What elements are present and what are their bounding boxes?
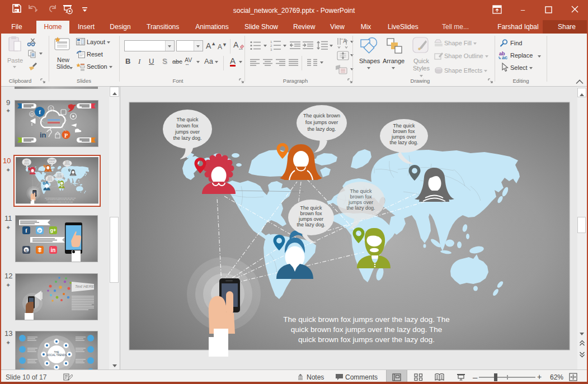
svg-text:brown fox: brown fox	[393, 129, 415, 134]
svg-text:The quick: The quick	[393, 123, 415, 129]
svg-text:S: S	[49, 106, 52, 111]
svg-text:A: A	[343, 38, 347, 44]
svg-text:brown fox: brown fox	[176, 123, 199, 129]
svg-text:quick brown fox jumps over the: quick brown fox jumps over the lazy dog.…	[291, 325, 443, 334]
svg-text:quick brown fox jumps over the: quick brown fox jumps over the lazy dog.	[298, 335, 435, 344]
svg-text:brown fox: brown fox	[350, 194, 372, 200]
svg-text:P: P	[38, 229, 41, 234]
svg-text:jumps over: jumps over	[348, 200, 373, 205]
svg-text:ac: ac	[502, 55, 507, 60]
svg-text:in: in	[40, 131, 46, 139]
svg-text:g+: g+	[50, 227, 57, 233]
svg-text:fox jumps over: fox jumps over	[305, 120, 338, 125]
svg-text:P: P	[64, 132, 68, 139]
svg-text:the lazy dog.: the lazy dog.	[297, 222, 325, 227]
svg-text:f: f	[39, 108, 41, 115]
svg-text:the lazy dog.: the lazy dog.	[307, 126, 336, 132]
svg-text:the lazy dog.: the lazy dog.	[389, 140, 418, 145]
svg-text:jumps over: jumps over	[298, 216, 323, 222]
svg-text:2: 2	[270, 44, 272, 48]
svg-text:The quick: The quick	[176, 117, 199, 122]
svg-text:jumps over: jumps over	[391, 134, 416, 140]
svg-text:SOCIAL TRENDS: SOCIAL TRENDS	[46, 354, 67, 357]
svg-text:3: 3	[270, 48, 272, 51]
svg-text:the lazy dog.: the lazy dog.	[173, 135, 201, 141]
svg-text:The quick: The quick	[350, 188, 372, 194]
svg-text:S: S	[25, 248, 28, 253]
svg-text:brown fox: brown fox	[300, 211, 322, 216]
svg-text:@: @	[30, 112, 34, 116]
svg-text:1: 1	[270, 40, 272, 44]
svg-text:The quick: The quick	[300, 205, 322, 211]
svg-text:The quick brown: The quick brown	[303, 113, 340, 118]
svg-text:Text HERE: Text HERE	[75, 285, 95, 288]
svg-text:jumps over: jumps over	[175, 129, 200, 135]
svg-text:in: in	[51, 247, 56, 253]
svg-text:The quick brown fox jumps over: The quick brown fox jumps over the lazy …	[283, 315, 450, 324]
svg-text:the lazy dog.: the lazy dog.	[346, 205, 375, 211]
